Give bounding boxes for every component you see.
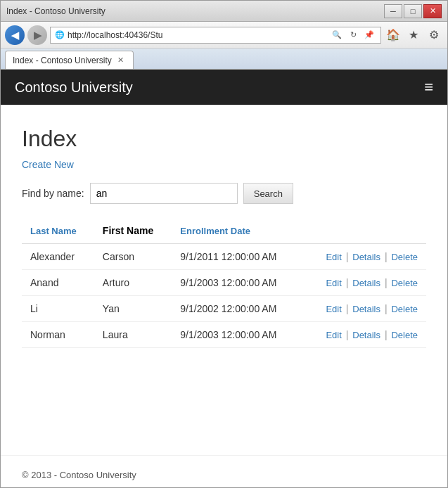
active-tab[interactable]: Index - Contoso University ✕ (5, 51, 134, 69)
cell-last-name: Li (22, 296, 94, 322)
address-bar: 🌐 🔍 ↻ 📌 (50, 27, 381, 44)
refresh-icon[interactable]: ↻ (346, 28, 360, 42)
delete-link[interactable]: Delete (391, 278, 418, 288)
tab-bar: Index - Contoso University ✕ (1, 49, 447, 70)
search-row: Find by name: Search (22, 183, 426, 204)
cell-actions: Edit | Details | Delete (302, 296, 426, 322)
edit-link[interactable]: Edit (326, 278, 341, 288)
col-enrollment-date: Enrollment Date (172, 218, 302, 244)
footer-text: © 2013 - Contoso University (22, 470, 136, 480)
edit-link[interactable]: Edit (326, 252, 341, 262)
details-link[interactable]: Details (352, 252, 380, 262)
cell-last-name: Anand (22, 270, 94, 296)
sep1: | (346, 277, 349, 288)
cell-last-name: Norman (22, 322, 94, 348)
forward-button[interactable]: ▶ (27, 25, 47, 45)
maximize-button[interactable]: □ (404, 4, 422, 18)
table-row: AnandArturo9/1/2003 12:00:00 AM Edit | D… (22, 270, 426, 296)
search-label: Find by name: (22, 188, 84, 199)
lock-icon: 🌐 (55, 30, 65, 39)
title-bar: Index - Contoso University ─ □ ✕ (1, 1, 447, 22)
pin-icon[interactable]: 📌 (362, 28, 376, 42)
details-link[interactable]: Details (352, 304, 380, 314)
app-navbar: Contoso University ≡ (1, 70, 447, 105)
browser-toolbar: ◀ ▶ 🌐 🔍 ↻ 📌 🏠 ★ ⚙ (1, 22, 447, 49)
delete-link[interactable]: Delete (391, 304, 418, 314)
col-first-name: First Name (94, 218, 172, 244)
window-title: Index - Contoso University (6, 6, 105, 16)
create-new-link[interactable]: Create New (22, 159, 74, 170)
settings-button[interactable]: ⚙ (425, 26, 443, 44)
details-link[interactable]: Details (352, 278, 380, 288)
col-actions (302, 218, 426, 244)
sep2: | (385, 251, 388, 262)
cell-first-name: Arturo (94, 270, 172, 296)
minimize-button[interactable]: ─ (384, 4, 402, 18)
sort-enrollment-link[interactable]: Enrollment Date (180, 226, 250, 236)
cell-enrollment-date: 9/1/2003 12:00:00 AM (172, 270, 302, 296)
edit-link[interactable]: Edit (326, 330, 341, 340)
forward-icon: ▶ (34, 30, 41, 41)
cell-enrollment-date: 9/1/2003 12:00:00 AM (172, 322, 302, 348)
search-input[interactable] (90, 183, 238, 204)
table-header-row: Last Name First Name Enrollment Date (22, 218, 426, 244)
table-header: Last Name First Name Enrollment Date (22, 218, 426, 244)
sep2: | (385, 277, 388, 288)
cell-first-name: Yan (94, 296, 172, 322)
edit-link[interactable]: Edit (326, 304, 341, 314)
hamburger-menu-button[interactable]: ≡ (424, 78, 433, 96)
search-button[interactable]: Search (243, 183, 293, 204)
window-controls: ─ □ ✕ (384, 4, 442, 18)
col-last-name: Last Name (22, 218, 94, 244)
close-button[interactable]: ✕ (423, 4, 442, 18)
table-row: NormanLaura9/1/2003 12:00:00 AM Edit | D… (22, 322, 426, 348)
sort-last-name-link[interactable]: Last Name (30, 226, 77, 236)
cell-actions: Edit | Details | Delete (302, 322, 426, 348)
cell-first-name: Carson (94, 244, 172, 270)
sep1: | (346, 251, 349, 262)
address-icons: 🔍 ↻ 📌 (330, 28, 376, 42)
table-row: AlexanderCarson9/1/2011 12:00:00 AM Edit… (22, 244, 426, 270)
students-table: Last Name First Name Enrollment Date Ale… (22, 218, 426, 348)
tab-close-button[interactable]: ✕ (116, 56, 126, 65)
sep2: | (385, 303, 388, 314)
favorites-button[interactable]: ★ (404, 26, 423, 44)
search-address-icon[interactable]: 🔍 (330, 28, 344, 42)
delete-link[interactable]: Delete (391, 330, 418, 340)
page-footer: © 2013 - Contoso University (1, 455, 447, 487)
page-title: Index (22, 126, 426, 152)
browser-window: Index - Contoso University ─ □ ✕ ◀ ▶ 🌐 🔍… (0, 0, 448, 488)
table-body: AlexanderCarson9/1/2011 12:00:00 AM Edit… (22, 244, 426, 348)
delete-link[interactable]: Delete (391, 252, 418, 262)
cell-enrollment-date: 9/1/2002 12:00:00 AM (172, 296, 302, 322)
sep1: | (346, 329, 349, 340)
address-input[interactable] (68, 30, 327, 40)
home-button[interactable]: 🏠 (384, 26, 402, 44)
back-button[interactable]: ◀ (5, 25, 25, 45)
cell-first-name: Laura (94, 322, 172, 348)
browser-right-buttons: 🏠 ★ ⚙ (384, 26, 443, 44)
tab-label: Index - Contoso University (13, 56, 112, 65)
table-row: LiYan9/1/2002 12:00:00 AM Edit | Details… (22, 296, 426, 322)
first-name-header: First Name (103, 225, 153, 236)
cell-actions: Edit | Details | Delete (302, 244, 426, 270)
cell-enrollment-date: 9/1/2011 12:00:00 AM (172, 244, 302, 270)
details-link[interactable]: Details (352, 330, 380, 340)
sep2: | (385, 329, 388, 340)
sep1: | (346, 303, 349, 314)
page-content: Index Create New Find by name: Search La… (1, 105, 447, 455)
back-icon: ◀ (11, 30, 19, 41)
cell-last-name: Alexander (22, 244, 94, 270)
cell-actions: Edit | Details | Delete (302, 270, 426, 296)
app-brand: Contoso University (15, 79, 133, 96)
